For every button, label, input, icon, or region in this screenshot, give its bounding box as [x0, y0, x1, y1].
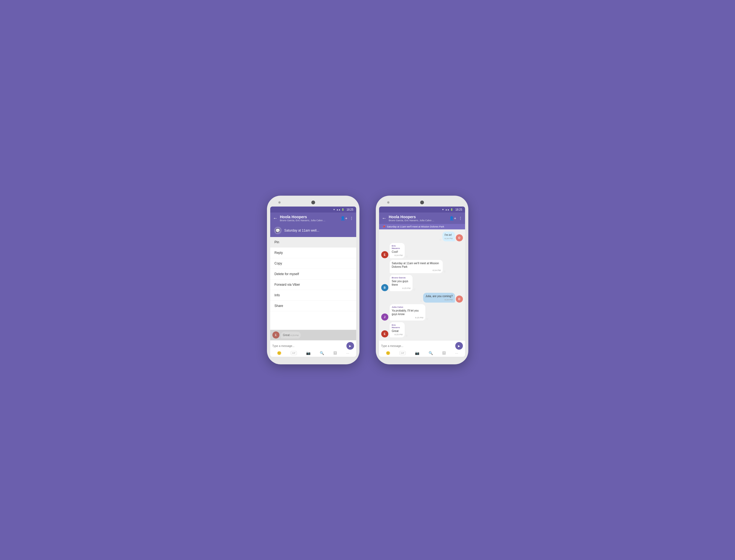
context-menu-item-forward[interactable]: Forward via Viber — [270, 279, 356, 290]
msg-row-great-left: E Great 6:25 PM — [272, 331, 354, 339]
add-person-icon-left[interactable]: 👤+ — [340, 216, 347, 220]
msg-with-heart-3: Saturday at 11am we'll meet at Mission D… — [390, 260, 461, 273]
dot-right-right — [455, 201, 457, 204]
header-subtitle-left: Bruno Garcia, Eric Navarro, Julia Calvo … — [280, 219, 339, 222]
status-bar-right: ▼ ▲▲ 🔋 18:25 — [379, 207, 465, 213]
msg-row-im-in: ♡ I'm in! 6:24 PM O — [381, 232, 463, 241]
phone-right: ▼ ▲▲ 🔋 18:25 ← Hoola Hoopers Bruno Garci… — [376, 196, 468, 364]
context-menu-chat-icon: 💬 — [274, 227, 282, 234]
msg-row-saturday: Saturday at 11am we'll meet at Mission D… — [381, 260, 463, 273]
emoji-icon-left[interactable]: 🙂 — [277, 351, 281, 355]
chat-header-left: ← Hoola Hoopers Bruno Garcia, Eric Navar… — [270, 213, 356, 224]
context-menu-item-share[interactable]: Share — [270, 301, 356, 311]
avatar-eric-2: E — [381, 330, 388, 337]
avatar-outgoing-2: O — [456, 296, 463, 303]
gallery-icon-right[interactable]: 🖼 — [442, 351, 446, 355]
heart-icon-2[interactable]: ♡ — [405, 256, 408, 258]
gif-button-left[interactable]: GIF — [291, 351, 297, 355]
avatar-great-left: E — [272, 331, 279, 339]
chat-area-right: ♡ I'm in! 6:24 PM O E — [379, 229, 465, 340]
heart-icon-3[interactable]: ♡ — [444, 270, 446, 273]
send-button-left[interactable]: ▶ — [346, 342, 354, 350]
add-person-icon-right[interactable]: 👤+ — [449, 216, 456, 220]
input-area-left: ▶ 🙂 GIF 📷 🔍 🖼 ··· — [270, 340, 356, 357]
avatar-bruno: B — [381, 284, 388, 291]
context-menu-item-delete[interactable]: Delete for myself — [270, 269, 356, 279]
phone-left: ▼ ▲▲ 🔋 18:25 ← Hoola Hoopers Bruno Garci… — [267, 196, 359, 364]
context-menu-item-reply[interactable]: Reply — [270, 248, 356, 258]
dot-center-right — [420, 201, 424, 204]
heart-icon-7[interactable]: ♡ — [405, 335, 408, 337]
screen-left: ▼ ▲▲ 🔋 18:25 ← Hoola Hoopers Bruno Garci… — [270, 207, 356, 357]
send-button-right[interactable]: ▶ — [455, 342, 463, 350]
status-icons-right: ▼ ▲▲ 🔋 18:25 — [442, 208, 462, 211]
back-button-right[interactable]: ← — [382, 216, 387, 221]
header-subtitle-right: Bruno Garcia, Eric Navarro, Julia Calvo … — [389, 219, 447, 222]
context-menu-item-info[interactable]: Info — [270, 290, 356, 301]
avatar-outgoing-1: O — [456, 234, 463, 241]
heart-icon-6[interactable]: ♡ — [426, 318, 428, 321]
bubble-julia-ans: Julia Calvo Ya probably, I'll let you gu… — [390, 304, 426, 321]
dot-left — [278, 201, 281, 204]
msg-with-heart-4: Bruno Garcia See you guys there 6:25 PM … — [390, 275, 420, 291]
message-input-right[interactable] — [381, 344, 454, 347]
phone-top-left — [270, 201, 356, 207]
more-icon-left[interactable]: ⋮ — [350, 216, 353, 220]
more-toolbar-icon-right[interactable]: ··· — [455, 351, 458, 355]
pinned-banner[interactable]: 📌 Saturday at 11am we'll meet at Mission… — [379, 224, 465, 229]
send-icon-right: ▶ — [458, 344, 460, 347]
phone-bottom-left — [270, 357, 356, 359]
more-toolbar-icon-left[interactable]: ··· — [346, 351, 349, 355]
back-button-left[interactable]: ← — [273, 216, 278, 221]
status-time-left: 18:25 — [346, 208, 353, 211]
context-menu-item-copy[interactable]: Copy — [270, 258, 356, 269]
context-menu-body: Pin Reply Copy Delete for myself Forward… — [270, 237, 356, 330]
status-icons-left: ▼ ▲▲ 🔋 18:25 — [333, 208, 353, 211]
msg-row-julia-ans: J Julia Calvo Ya probably, I'll let you … — [381, 304, 463, 321]
msg-with-heart-5: ♡ Julia, are you coming? 6:24 PM O — [420, 293, 463, 303]
gif-button-right[interactable]: GIF — [399, 351, 406, 355]
msg-row-julia-q: ♡ Julia, are you coming? 6:24 PM O — [381, 293, 463, 303]
heart-icon-4[interactable]: ♡ — [413, 288, 416, 291]
msg-row-seeyou: B Bruno Garcia See you guys there 6:25 P… — [381, 275, 463, 291]
input-area-right: ▶ 🙂 GIF 📷 🔍 🖼 ··· — [379, 340, 465, 357]
msg-with-heart-7: Eric Navarro Great 6:25 PM ♡ — [390, 322, 410, 337]
pin-icon: 📌 — [382, 225, 385, 228]
chat-header-right: ← Hoola Hoopers Bruno Garcia, Eric Navar… — [379, 213, 465, 224]
bubble-julia-q: Julia, are you coming? 6:24 PM — [423, 293, 455, 303]
signal-icon-right: ▲▲ — [445, 208, 450, 211]
heart-icon-1[interactable]: ♡ — [439, 239, 442, 241]
sender-eric-1: Eric Navarro — [392, 245, 403, 250]
more-icon-right[interactable]: ⋮ — [459, 216, 462, 220]
battery-icon-left: 🔋 — [342, 208, 344, 211]
signal-icon-left: ▲▲ — [336, 208, 341, 211]
context-menu-header-text: Saturday at 11am well... — [284, 229, 319, 232]
bubble-im-in: I'm in! 6:24 PM — [442, 232, 455, 241]
search-icon-right[interactable]: 🔍 — [429, 351, 433, 355]
header-title-left: Hoola Hoopers — [280, 215, 339, 219]
camera-icon-left[interactable]: 📷 — [306, 351, 310, 355]
heart-icon-5[interactable]: ♡ — [420, 300, 422, 303]
msg-with-heart-2: Eric Navarro Cool! 6:24 PM ♡ — [390, 243, 410, 258]
phones-container: ▼ ▲▲ 🔋 18:25 ← Hoola Hoopers Bruno Garci… — [267, 196, 468, 364]
header-icons-right: 👤+ ⋮ — [449, 216, 462, 220]
status-time-right: 18:25 — [455, 208, 462, 211]
context-menu-item-pin[interactable]: Pin — [270, 237, 356, 248]
dot-center — [311, 201, 315, 204]
sender-julia: Julia Calvo — [392, 306, 423, 308]
phone-top-right — [379, 201, 465, 207]
msg-row-great: E Eric Navarro Great 6:25 PM ♡ — [381, 322, 463, 337]
battery-icon-right: 🔋 — [450, 208, 453, 211]
emoji-icon-right[interactable]: 🙂 — [386, 351, 390, 355]
pinned-text: Saturday at 11am we'll meet at Mission D… — [387, 225, 444, 228]
bubble-great-left: Great 6:25 PM — [281, 332, 301, 339]
msg-row-cool: E Eric Navarro Cool! 6:24 PM ♡ — [381, 243, 463, 258]
search-icon-left[interactable]: 🔍 — [320, 351, 324, 355]
message-input-left[interactable] — [272, 344, 345, 347]
camera-icon-right[interactable]: 📷 — [415, 351, 419, 355]
context-menu-overlay[interactable]: 💬 Saturday at 11am well... Pin Reply Cop… — [270, 224, 356, 340]
screen-right: ▼ ▲▲ 🔋 18:25 ← Hoola Hoopers Bruno Garci… — [379, 207, 465, 357]
header-icons-left: 👤+ ⋮ — [340, 216, 353, 220]
gallery-icon-left[interactable]: 🖼 — [333, 351, 337, 355]
bubble-saturday: Saturday at 11am we'll meet at Mission D… — [390, 260, 443, 273]
